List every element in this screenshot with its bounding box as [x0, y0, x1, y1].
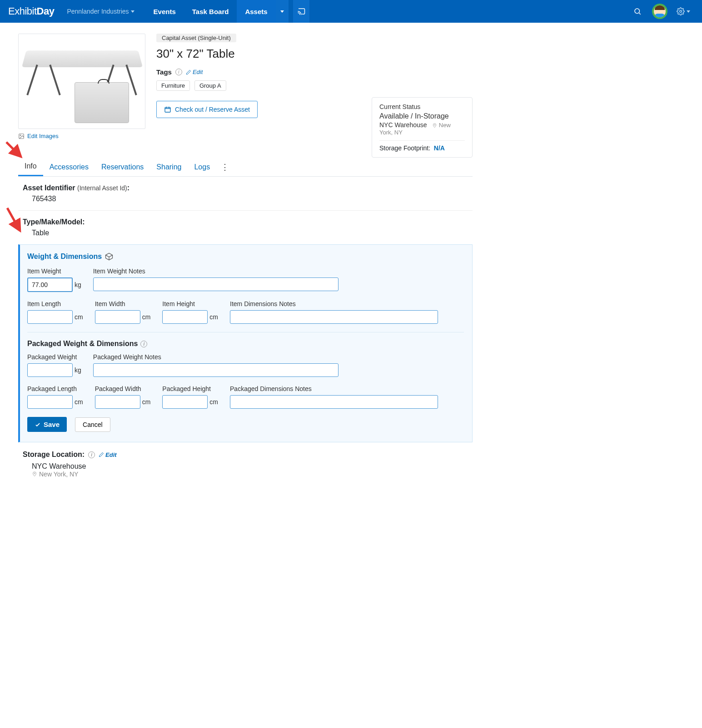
search-button[interactable] — [628, 7, 647, 15]
svg-point-0 — [635, 9, 640, 14]
tags-list: Furniture Group A — [156, 80, 473, 91]
tags-row: Tags i Edit — [156, 68, 473, 76]
input-item-weight[interactable] — [27, 277, 73, 292]
nav-task-board[interactable]: Task Board — [184, 0, 237, 23]
cast-icon — [297, 7, 305, 15]
info-icon[interactable]: i — [140, 341, 147, 347]
logo[interactable]: ExhibitDay — [8, 5, 54, 17]
svg-point-5 — [434, 124, 435, 125]
input-item-dim-notes[interactable] — [230, 310, 438, 324]
nav-items: Events Task Board Assets — [145, 0, 309, 23]
nav-assets[interactable]: Assets — [237, 0, 275, 23]
input-pkg-dim-notes[interactable] — [230, 395, 438, 409]
tag[interactable]: Furniture — [156, 80, 190, 91]
input-item-height[interactable] — [162, 310, 208, 324]
field-pkg-width: Packaged Width cm — [95, 385, 151, 409]
user-avatar[interactable] — [652, 4, 667, 19]
tab-sharing[interactable]: Sharing — [150, 158, 188, 176]
pin-icon — [432, 123, 437, 128]
storage-footprint-row: Storage Footprint: N/A — [379, 144, 465, 152]
tags-edit-link[interactable]: Edit — [186, 69, 203, 75]
annotation-arrow — [5, 206, 25, 236]
top-nav: ExhibitDay Pennlander Industries Events … — [0, 0, 702, 23]
input-pkg-width[interactable] — [95, 395, 140, 409]
status-value: Available / In-Storage — [379, 112, 465, 120]
field-item-length: Item Length cm — [27, 300, 83, 324]
field-item-weight-notes: Item Weight Notes — [93, 267, 339, 292]
tabs-wrap: Info Accessories Reservations Sharing Lo… — [18, 158, 473, 177]
workspace-selector[interactable]: Pennlander Industries — [67, 8, 134, 15]
asset-header: Edit Images Capital Asset (Single-Unit) … — [18, 34, 473, 139]
storage-value: NYC Warehouse — [23, 462, 468, 470]
input-item-weight-notes[interactable] — [93, 277, 339, 291]
input-pkg-height[interactable] — [162, 395, 208, 409]
image-column: Edit Images — [18, 34, 145, 139]
edit-images-label: Edit Images — [27, 133, 59, 139]
row-pkg-dimensions: Packaged Length cm Packaged Width cm Pac… — [27, 385, 464, 409]
meta-column: Capital Asset (Single-Unit) 30" x 72" Ta… — [156, 34, 473, 118]
svg-point-8 — [34, 473, 35, 474]
type-value: Table — [23, 229, 468, 237]
tag[interactable]: Group A — [194, 80, 226, 91]
avatar-face — [654, 5, 666, 17]
save-button[interactable]: Save — [27, 417, 67, 432]
input-pkg-weight-notes[interactable] — [93, 363, 339, 377]
unit-cm: cm — [209, 398, 218, 406]
nav-cast-button[interactable] — [293, 0, 309, 23]
tab-reservations[interactable]: Reservations — [95, 158, 150, 176]
wd-button-row: Save Cancel — [27, 417, 464, 432]
unit-cm: cm — [142, 398, 151, 406]
status-location: NYC Warehouse New York, NY — [379, 121, 465, 136]
unit-kg: kg — [75, 281, 81, 288]
unit-cm: cm — [142, 313, 151, 321]
field-item-weight: Item Weight kg — [27, 267, 81, 292]
unit-cm: cm — [75, 398, 83, 406]
image-icon — [18, 133, 25, 139]
storage-edit-link[interactable]: Edit — [99, 451, 117, 458]
calendar-icon — [164, 106, 171, 113]
gear-icon — [677, 7, 685, 15]
asset-image[interactable] — [18, 34, 145, 129]
edit-images-link[interactable]: Edit Images — [18, 133, 145, 139]
checkout-reserve-button[interactable]: Check out / Reserve Asset — [156, 101, 258, 118]
storage-city: New York, NY — [23, 470, 468, 478]
nav-events[interactable]: Events — [145, 0, 184, 23]
caret-down-icon — [280, 10, 284, 13]
info-icon[interactable]: i — [88, 451, 95, 458]
field-item-dim-notes: Item Dimensions Notes — [230, 300, 438, 324]
field-item-height: Item Height cm — [162, 300, 218, 324]
caret-down-icon — [131, 10, 134, 13]
pin-icon — [32, 471, 37, 477]
tab-accessories[interactable]: Accessories — [43, 158, 95, 176]
row-pkg-weight: Packaged Weight kg Packaged Weight Notes — [27, 353, 464, 377]
input-item-length[interactable] — [27, 310, 73, 324]
asset-title: 30" x 72" Table — [156, 47, 473, 61]
tab-more-menu[interactable]: ⋮ — [216, 162, 234, 172]
weight-dimensions-panel: Weight & Dimensions Item Weight kg Item … — [18, 244, 473, 442]
svg-rect-4 — [165, 107, 170, 112]
asset-type-badge: Capital Asset (Single-Unit) — [156, 34, 236, 42]
tab-logs[interactable]: Logs — [188, 158, 216, 176]
search-icon — [633, 7, 642, 15]
identifier-label: Asset Identifier (Internal Asset Id): — [23, 184, 468, 192]
input-pkg-length[interactable] — [27, 395, 73, 409]
storage-header: Storage Location: i Edit — [23, 451, 468, 459]
info-icon[interactable]: i — [175, 69, 182, 75]
identifier-value: 765438 — [23, 195, 468, 203]
footprint-link[interactable]: N/A — [434, 144, 445, 152]
field-pkg-dim-notes: Packaged Dimensions Notes — [230, 385, 438, 409]
input-item-width[interactable] — [95, 310, 140, 324]
row-item-dimensions: Item Length cm Item Width cm Item Height… — [27, 300, 464, 324]
pencil-icon — [186, 69, 191, 75]
page-content: Edit Images Capital Asset (Single-Unit) … — [0, 23, 491, 497]
tabs: Info Accessories Reservations Sharing Lo… — [18, 158, 473, 177]
settings-menu[interactable] — [673, 7, 694, 15]
wd-title: Weight & Dimensions — [27, 252, 464, 261]
packaged-header: Packaged Weight & Dimensions i — [27, 340, 464, 348]
unit-cm: cm — [209, 313, 218, 321]
field-pkg-height: Packaged Height cm — [162, 385, 218, 409]
input-pkg-weight[interactable] — [27, 363, 73, 377]
cancel-button[interactable]: Cancel — [75, 417, 110, 432]
unit-kg: kg — [75, 366, 81, 374]
nav-assets-dropdown[interactable] — [276, 0, 289, 23]
